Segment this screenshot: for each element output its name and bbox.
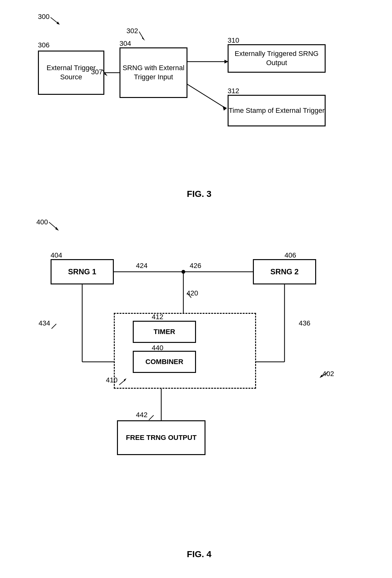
time-stamp-label: Time Stamp of External Trigger — [229, 106, 325, 115]
page-container: 300 302 External Trigger Source 306 307 … — [0, 0, 392, 578]
time-stamp-box: Time Stamp of External Trigger — [228, 95, 326, 126]
svg-line-35 — [149, 415, 154, 420]
combiner-box: COMBINER — [133, 351, 196, 373]
externally-triggered-output-label: Externally Triggered SRNG Output — [229, 49, 325, 67]
svg-line-32 — [52, 324, 56, 329]
ref-300: 300 — [38, 13, 50, 21]
svg-line-4 — [187, 84, 224, 107]
fig3-label: FIG. 3 — [187, 189, 211, 199]
ref-410: 410 — [106, 376, 118, 384]
svg-point-16 — [181, 270, 185, 274]
ref-300-arrow — [49, 16, 62, 25]
ref-302: 302 — [126, 27, 138, 35]
fig4-area: 400 SRNG 1 404 SRNG 2 406 424 426 420 41… — [19, 215, 379, 566]
srng-external-trigger-label: SRNG with External Trigger Input — [120, 64, 187, 82]
ref-402-arrow — [318, 369, 329, 380]
ref-434-tick — [50, 321, 59, 330]
ref-434: 434 — [39, 319, 50, 327]
combiner-label: COMBINER — [145, 357, 183, 367]
free-trng-output-box: FREE TRNG OUTPUT — [117, 420, 205, 455]
ref-307-arrow — [101, 68, 110, 77]
timer-box: TIMER — [133, 321, 196, 343]
timer-label: TIMER — [154, 327, 175, 337]
ref-442: 442 — [136, 411, 148, 419]
ref-424: 424 — [136, 262, 148, 270]
ref-312: 312 — [228, 87, 239, 95]
externally-triggered-output-box: Externally Triggered SRNG Output — [228, 44, 326, 73]
svg-marker-9 — [142, 37, 145, 41]
ref-406: 406 — [285, 251, 296, 259]
srng2-box: SRNG 2 — [253, 259, 316, 284]
ref-440: 440 — [152, 344, 163, 352]
ref-302-arrow — [138, 30, 150, 43]
svg-marker-5 — [223, 106, 227, 111]
srng1-box: SRNG 1 — [51, 259, 114, 284]
ref-400: 400 — [36, 218, 48, 226]
srng2-label: SRNG 2 — [270, 267, 298, 277]
svg-line-29 — [187, 293, 191, 298]
ref-400-arrow — [47, 221, 62, 232]
ref-410-arrow — [118, 377, 129, 386]
ref-436: 436 — [299, 319, 310, 327]
srng-external-trigger-box: SRNG with External Trigger Input — [119, 47, 187, 98]
ref-412: 412 — [152, 313, 163, 321]
fig4-label: FIG. 4 — [187, 549, 211, 559]
ref-404: 404 — [51, 251, 62, 259]
ref-426: 426 — [190, 262, 201, 270]
svg-marker-7 — [57, 21, 60, 25]
ref-306: 306 — [38, 41, 50, 49]
ref-310: 310 — [228, 36, 239, 45]
ref-442-tick — [147, 412, 157, 422]
svg-marker-34 — [320, 375, 323, 378]
ref-304: 304 — [119, 40, 131, 48]
ref-420-tick — [186, 291, 195, 301]
svg-marker-11 — [104, 72, 107, 76]
svg-marker-28 — [55, 227, 59, 231]
free-trng-output-label: FREE TRNG OUTPUT — [126, 433, 197, 442]
srng1-label: SRNG 1 — [68, 267, 96, 277]
fig3-area: 300 302 External Trigger Source 306 307 … — [19, 9, 379, 205]
